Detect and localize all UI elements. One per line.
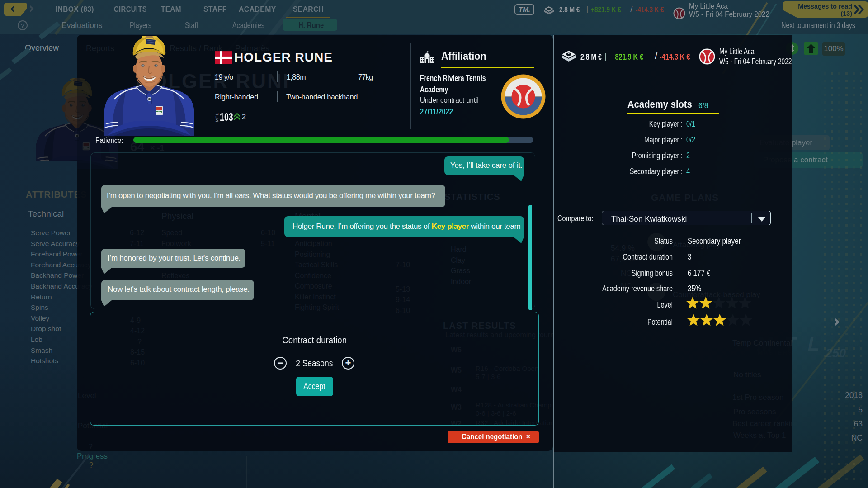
svg-text:MTL: MTL: [214, 113, 219, 123]
